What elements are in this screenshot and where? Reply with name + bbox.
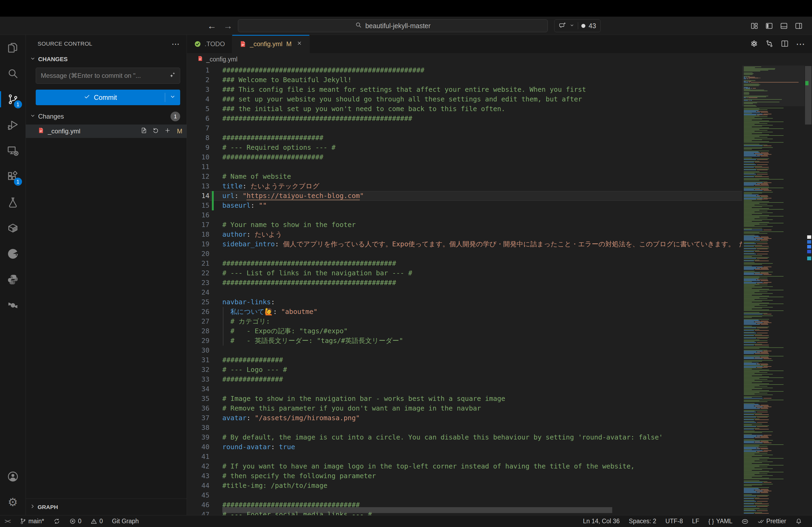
minimap-viewport[interactable] xyxy=(742,65,804,106)
code-line-6[interactable]: 6#######################################… xyxy=(187,114,742,123)
compare-button[interactable] xyxy=(765,40,773,49)
status-language-mode[interactable]: { }YAML xyxy=(704,515,737,527)
tab-config[interactable]: _config.ymlM xyxy=(232,35,309,53)
code-line-41[interactable]: 41 xyxy=(187,452,742,462)
code-line-33[interactable]: 33############### xyxy=(187,375,742,384)
code-line-27[interactable]: 27 # カテゴリ: xyxy=(187,317,742,326)
code-line-19[interactable]: 19sidebar_intro: 個人でアプリを作っている人です。Expo使って… xyxy=(187,239,742,249)
code-line-10[interactable]: 10######################### xyxy=(187,152,742,162)
activity-testing[interactable] xyxy=(0,190,26,215)
activity-containers[interactable] xyxy=(0,215,26,241)
openai-button[interactable] xyxy=(750,40,758,49)
code-line-37[interactable]: 37avatar: "/assets/img/hiromasa.png" xyxy=(187,413,742,423)
toggle-sidebar-right-button[interactable] xyxy=(795,22,803,30)
code-line-11[interactable]: 11 xyxy=(187,162,742,172)
code-line-24[interactable]: 24 xyxy=(187,288,742,297)
code-line-23[interactable]: 23######################################… xyxy=(187,278,742,288)
activity-remote-explorer[interactable] xyxy=(0,138,26,164)
code-line-36[interactable]: 36# Remove this parameter if you don't w… xyxy=(187,404,742,413)
code-line-38[interactable]: 38 xyxy=(187,423,742,433)
changes-tree-header[interactable]: Changes 1 xyxy=(26,105,187,124)
tab-todo[interactable]: .TODO xyxy=(187,35,232,53)
status-remote-indicator[interactable]: >< xyxy=(0,515,15,527)
code-line-5[interactable]: 5### the initial set up you won't need t… xyxy=(187,104,742,114)
status-errors[interactable]: 0 xyxy=(65,515,86,527)
activity-extensions[interactable]: 1 xyxy=(0,164,26,190)
activity-search[interactable] xyxy=(0,61,26,86)
status-notifications[interactable] xyxy=(791,515,807,527)
status-cursor-position[interactable]: Ln 14, Col 36 xyxy=(578,515,624,527)
code-line-45[interactable]: 45 xyxy=(187,491,742,500)
activity-python[interactable] xyxy=(0,267,26,292)
code-line-40[interactable]: 40round-avatar: true xyxy=(187,442,742,452)
code-line-21[interactable]: 21######################################… xyxy=(187,259,742,268)
code-line-44[interactable]: 44#title-img: /path/to/image xyxy=(187,481,742,491)
split-button[interactable] xyxy=(781,40,789,49)
code-line-43[interactable]: 43# then specify the following parameter xyxy=(187,471,742,481)
status-sync[interactable] xyxy=(49,515,65,527)
code-line-39[interactable]: 39# By default, the image is cut into a … xyxy=(187,433,742,442)
code-line-4[interactable]: 4### set up your website you should go t… xyxy=(187,94,742,104)
code-line-3[interactable]: 3### This config file is meant for setti… xyxy=(187,85,742,94)
discard-changes-icon[interactable] xyxy=(152,127,159,136)
code-line-12[interactable]: 12# Name of website xyxy=(187,172,742,181)
code-line-31[interactable]: 31############### xyxy=(187,355,742,365)
code-line-20[interactable]: 20 xyxy=(187,249,742,259)
status-copilot[interactable] xyxy=(737,515,753,527)
copilot-chat-button[interactable]: 43 xyxy=(554,19,601,32)
commit-message-input[interactable]: Message (⌘Enter to commit on "... xyxy=(36,67,180,84)
code-line-1[interactable]: 1#######################################… xyxy=(187,65,742,75)
activity-explorer[interactable] xyxy=(0,35,26,61)
code-line-16[interactable]: 16 xyxy=(187,210,742,220)
activity-settings[interactable]: ⚙ xyxy=(0,490,26,515)
status-eol[interactable]: LF xyxy=(687,515,704,527)
activity-extension-circle[interactable] xyxy=(0,241,26,267)
code-line-9[interactable]: 9# --- Required options --- # xyxy=(187,143,742,152)
status-warnings[interactable]: 0 xyxy=(86,515,107,527)
code-line-29[interactable]: 29 # - 英語長文リーダー: "tags/#英語長文リーダー" xyxy=(187,336,742,346)
horizontal-scrollbar[interactable] xyxy=(222,507,612,513)
code-line-26[interactable]: 26 私について🙋: "aboutme" xyxy=(187,307,742,317)
command-center-search[interactable]: beautiful-jekyll-master xyxy=(238,19,548,32)
code-editor[interactable]: 1#######################################… xyxy=(187,65,812,515)
commit-button[interactable]: Commit xyxy=(36,90,180,105)
graph-section-header[interactable]: GRAPH xyxy=(26,499,187,515)
code-line-7[interactable]: 7 xyxy=(187,123,742,133)
minimap[interactable] xyxy=(742,65,804,515)
code-line-32[interactable]: 32# --- Logo --- # xyxy=(187,365,742,375)
activity-source-control[interactable]: 1 xyxy=(0,86,26,112)
commit-dropdown-button[interactable] xyxy=(165,93,180,102)
activity-accounts[interactable] xyxy=(0,464,26,490)
code-line-34[interactable]: 34 xyxy=(187,384,742,394)
code-line-8[interactable]: 8######################### xyxy=(187,133,742,143)
activity-extension-candy[interactable] xyxy=(0,292,26,318)
stage-changes-icon[interactable] xyxy=(164,127,171,136)
code-line-25[interactable]: 25navbar-links: xyxy=(187,297,742,307)
toggle-sidebar-left-button[interactable] xyxy=(765,22,773,30)
toggle-layout-button[interactable] xyxy=(750,22,758,30)
more-actions-icon[interactable]: ⋯ xyxy=(172,39,180,48)
forward-button[interactable]: → xyxy=(223,21,233,30)
toggle-panel-bottom-button[interactable] xyxy=(780,22,788,30)
back-button[interactable]: ← xyxy=(207,21,216,30)
code-line-15[interactable]: 15baseurl: "" xyxy=(187,201,742,210)
code-line-18[interactable]: 18author: たいよう xyxy=(187,230,742,239)
status-formatter[interactable]: Prettier xyxy=(753,515,791,527)
changes-section-header[interactable]: CHANGES xyxy=(26,52,187,66)
activity-run-and-debug[interactable] xyxy=(0,112,26,138)
open-file-icon[interactable] xyxy=(141,127,147,136)
vertical-scrollbar[interactable] xyxy=(804,65,812,515)
code-line-30[interactable]: 30 xyxy=(187,346,742,355)
code-line-14[interactable]: 14url: "https://taiyou-tech-blog.com" xyxy=(187,191,742,201)
code-line-17[interactable]: 17# Your name to show in the footer xyxy=(187,220,742,230)
breadcrumb[interactable]: _config.yml xyxy=(187,53,812,65)
status-branch[interactable]: main* xyxy=(15,515,49,527)
code-line-22[interactable]: 22# --- List of links in the navigation … xyxy=(187,268,742,278)
status-encoding[interactable]: UTF-8 xyxy=(661,515,687,527)
scrollbar-thumb[interactable] xyxy=(805,66,811,124)
changed-file-row[interactable]: _config.yml M xyxy=(26,124,187,138)
code-line-35[interactable]: 35# Image to show in the navigation bar … xyxy=(187,394,742,404)
close-icon[interactable] xyxy=(296,40,302,48)
code-line-42[interactable]: 42# If you want to have an image logo in… xyxy=(187,462,742,471)
code-line-13[interactable]: 13title: たいようテックブログ xyxy=(187,181,742,191)
